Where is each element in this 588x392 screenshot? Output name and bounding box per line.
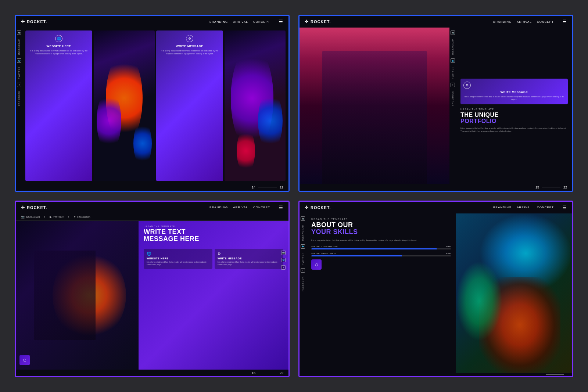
slide-4-nav-links: BRANDING ARRIVAL CONCEPT ☰ <box>493 205 567 210</box>
slide-4-footer <box>300 373 572 376</box>
nav-arrival-4[interactable]: ARRIVAL <box>517 206 532 209</box>
nav-arrival-2[interactable]: ARRIVAL <box>517 20 532 24</box>
twitter-label-1: TWITTER <box>18 66 20 79</box>
slide-1-content: 📷 INSTAGRAM 🐦 TWITTER f FACEBOOK 🌐 WEBSI… <box>16 28 288 184</box>
page-num-4 <box>543 374 567 375</box>
skill-illustrator: ADOBE ILLUSTRATOR 90% <box>311 245 451 249</box>
hamburger-1[interactable]: ☰ <box>279 19 283 24</box>
bottom-badge-3: ⬡ <box>19 355 30 365</box>
slide2-desc: It is a long established fact that a rea… <box>460 127 568 133</box>
nav-branding-1[interactable]: BRANDING <box>209 20 228 24</box>
slide-3-footer: 16 22 <box>16 370 288 376</box>
nav-concept-2[interactable]: CONCEPT <box>537 20 554 24</box>
slide-4-right <box>456 213 572 373</box>
slide-3-logo: ✛ ROCKET. <box>21 205 47 210</box>
slide3-cards: 🌐 WEBSITE HERE It is a long established … <box>144 249 283 269</box>
logo-text: ROCKET. <box>27 19 47 24</box>
slide-3-content: 📷 INSTAGRAM ▶ TWITTER ✦ FACEBOOK <box>16 213 288 370</box>
skill-name-1: ADOBE PHOTOSHOP <box>311 252 336 255</box>
logo-icon-2: ✛ <box>305 19 309 24</box>
nav-concept-4[interactable]: CONCEPT <box>537 206 554 209</box>
slide4-overlay <box>456 213 572 373</box>
nav-branding-4[interactable]: BRANDING <box>493 206 512 209</box>
facebook-text-3: FACEBOOK <box>77 216 90 218</box>
logo-text-3: ROCKET. <box>27 205 47 210</box>
card-message: ⚙ WRITE MESSAGE It is a long established… <box>156 30 223 181</box>
hamburger-2[interactable]: ☰ <box>563 19 567 24</box>
globe-icon: 🌐 <box>55 35 62 42</box>
instagram-icon-2: 📷 <box>451 30 455 35</box>
slide-1: ✛ ROCKET. BRANDING ARRIVAL CONCEPT ☰ 📷 I… <box>15 15 290 192</box>
slide3-card-website: 🌐 WEBSITE HERE It is a long established … <box>144 249 212 269</box>
hamburger-4[interactable]: ☰ <box>563 205 567 210</box>
slide3-card-message: ⚙ WRITE MESSAGE It is a long established… <box>215 249 283 269</box>
twitter-text-3: TWITTER <box>53 216 64 218</box>
slide-2-nav: ✛ ROCKET. BRANDING ARRIVAL CONCEPT ☰ <box>300 16 572 28</box>
hero-person-silhouette <box>322 51 427 184</box>
facebook-icon-4: f <box>301 268 305 273</box>
skill-illustrator-label: ADOBE ILLUSTRATOR 90% <box>311 245 451 248</box>
slide-2-social: 📷 INSTAGRAM 🐦 TWITTER f FACEBOOK <box>449 28 456 184</box>
slide3-message-body: It is a long established fact that a rea… <box>218 261 280 266</box>
card-website-body: It is a long established fact that a rea… <box>28 50 89 55</box>
nav-arrival-3[interactable]: ARRIVAL <box>233 206 248 209</box>
skill-pct-1: 65% <box>446 252 451 255</box>
slide-3-nav-links: BRANDING ARRIVAL CONCEPT ☰ <box>209 205 283 210</box>
slide2-title-purple: PORTFOLIO <box>460 118 568 125</box>
facebook-label-1: FACEBOOK <box>18 91 20 106</box>
skill-bar-track-1 <box>311 255 451 256</box>
skill-photoshop: ADOBE PHOTOSHOP 65% <box>311 252 451 256</box>
slide-4-social: 📷 INSTAGRAM 🐦 TWITTER f FACEBOOK <box>300 213 306 373</box>
skill-bar-fill-0 <box>311 248 437 249</box>
slide-2-nav-links: BRANDING ARRIVAL CONCEPT ☰ <box>493 19 567 24</box>
card-photo-1 <box>94 30 155 181</box>
dot-2 <box>68 216 69 217</box>
slide-4-logo: ✛ ROCKET. <box>305 205 331 210</box>
page-line-3 <box>258 373 277 373</box>
dot-1 <box>44 216 45 217</box>
nav-arrival-1[interactable]: ARRIVAL <box>233 20 248 24</box>
page-current-1: 14 <box>252 186 255 189</box>
instagram-text-3: INSTAGRAM <box>26 216 40 218</box>
twitter-icon-2: 🐦 <box>451 58 455 63</box>
card-message-body: It is a long established fact that a rea… <box>159 50 220 55</box>
slide-4: ✛ ROCKET. BRANDING ARRIVAL CONCEPT ☰ 📷 I… <box>298 201 573 378</box>
logo-icon-3: ✛ <box>21 205 25 210</box>
slide3-right-icons: 📷 🐦 f <box>281 251 286 270</box>
nav-concept-1[interactable]: CONCEPT <box>253 20 270 24</box>
skill-pct-0: 90% <box>446 245 451 248</box>
page-line-4 <box>546 374 564 375</box>
instagram-label-2: INSTAGRAM <box>452 39 454 55</box>
slide3-globe-icon: 🌐 <box>147 252 209 256</box>
slide3-website-body: It is a long established fact that a rea… <box>147 261 209 266</box>
instagram-icon-1: 📷 <box>17 30 21 35</box>
skill-bar-track-0 <box>311 248 451 249</box>
page-current-2: 15 <box>535 186 539 189</box>
neon-blue-1 <box>133 121 152 166</box>
logo-icon: ✛ <box>21 19 25 24</box>
slide3-title: WRITE TEXT MESSAGE HERE <box>144 229 283 243</box>
slide3-title-line2: MESSAGE HERE <box>144 235 199 242</box>
skill-bar-fill-1 <box>311 255 402 256</box>
slide-2-right: ⚙ WRITE MESSAGE It is a long established… <box>456 28 572 184</box>
nav-branding-2[interactable]: BRANDING <box>493 20 512 24</box>
nav-concept-3[interactable]: CONCEPT <box>253 206 270 209</box>
slide-3-right: URBAN THE TEMPLATE WRITE TEXT MESSAGE HE… <box>139 221 288 370</box>
page-line-2 <box>542 187 560 187</box>
social-bar-line <box>95 217 283 217</box>
slide3-message-title: WRITE MESSAGE <box>218 257 280 260</box>
slide4-subtitle: URBAN THE TEMPLATE <box>311 218 451 220</box>
card-website: 🌐 WEBSITE HERE It is a long established … <box>25 30 92 181</box>
instagram-icon-3: 📷 <box>21 215 25 219</box>
slide-3-main: ⬡ URBAN THE TEMPLATE WRITE TEXT MESSAGE … <box>16 221 288 370</box>
slide-2-content: 📷 INSTAGRAM 🐦 TWITTER f FACEBOOK ⚙ WRITE… <box>300 28 572 184</box>
card-website-title: WEBSITE HERE <box>47 44 71 48</box>
page-num-3: 16 22 <box>252 371 283 375</box>
page-total-3: 22 <box>280 371 283 375</box>
social-bar-3: 📷 INSTAGRAM ▶ TWITTER ✦ FACEBOOK <box>16 213 288 221</box>
logo-text-2: ROCKET. <box>311 19 331 24</box>
nav-branding-3[interactable]: BRANDING <box>209 206 228 209</box>
hamburger-3[interactable]: ☰ <box>279 205 283 210</box>
slide2-overlay-card: ⚙ WRITE MESSAGE It is a long established… <box>460 79 568 104</box>
page-line-1 <box>258 187 277 187</box>
